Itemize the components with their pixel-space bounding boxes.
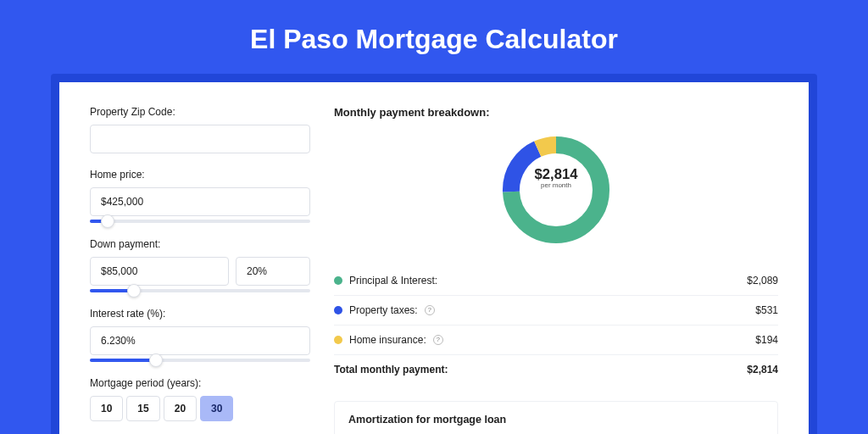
zip-input[interactable]	[90, 125, 310, 153]
info-icon[interactable]: ?	[433, 335, 443, 345]
total-label: Total monthly payment:	[334, 364, 448, 376]
slider-knob[interactable]	[149, 353, 163, 367]
rate-input[interactable]	[90, 326, 310, 355]
page-title: El Paso Mortgage Calculator	[0, 0, 868, 74]
period-option-15[interactable]: 15	[126, 396, 159, 421]
breakdown-value: $2,089	[747, 275, 778, 287]
slider-knob[interactable]	[127, 284, 141, 298]
donut-svg: $2,814 per month	[497, 131, 615, 249]
rate-label: Interest rate (%):	[90, 308, 310, 320]
breakdown-row: Property taxes:?$531	[334, 296, 778, 326]
home-price-label: Home price:	[90, 169, 310, 181]
down-slider[interactable]	[90, 289, 310, 292]
period-option-20[interactable]: 20	[164, 396, 197, 421]
card-shadow: Property Zip Code: Home price: Down paym…	[51, 74, 817, 434]
period-option-30[interactable]: 30	[200, 396, 233, 421]
total-row: Total monthly payment: $2,814	[334, 355, 778, 384]
donut-value: $2,814	[520, 164, 593, 181]
info-icon[interactable]: ?	[425, 305, 435, 315]
breakdown-label: Home insurance:	[349, 334, 426, 346]
home-price-slider[interactable]	[90, 220, 310, 223]
form-panel: Property Zip Code: Home price: Down paym…	[90, 106, 310, 434]
legend-dot-icon	[334, 306, 342, 314]
period-options: 10152030	[90, 396, 310, 421]
total-value: $2,814	[747, 364, 778, 376]
period-label: Mortgage period (years):	[90, 377, 310, 389]
donut-sub: per month	[520, 181, 593, 190]
donut-chart: $2,814 per month	[334, 131, 778, 249]
amort-title: Amortization for mortgage loan	[348, 414, 764, 426]
breakdown-title: Monthly payment breakdown:	[334, 106, 778, 119]
legend-dot-icon	[334, 336, 342, 344]
rate-slider[interactable]	[90, 359, 310, 362]
period-option-10[interactable]: 10	[90, 396, 123, 421]
zip-label: Property Zip Code:	[90, 106, 310, 118]
breakdown-panel: Monthly payment breakdown: $2,814 per mo…	[334, 106, 778, 434]
breakdown-row: Home insurance:?$194	[334, 326, 778, 355]
calculator-card: Property Zip Code: Home price: Down paym…	[59, 82, 809, 434]
breakdown-value: $194	[755, 334, 778, 346]
down-amount-input[interactable]	[90, 257, 229, 286]
legend-dot-icon	[334, 276, 342, 285]
down-percent-input[interactable]	[236, 257, 310, 286]
breakdown-label: Principal & Interest:	[349, 275, 437, 287]
slider-knob[interactable]	[101, 214, 114, 228]
breakdown-value: $531	[755, 304, 778, 316]
amortization-box: Amortization for mortgage loan Amortizat…	[334, 401, 778, 434]
down-label: Down payment:	[90, 238, 310, 250]
breakdown-label: Property taxes:	[349, 304, 418, 316]
breakdown-row: Principal & Interest:$2,089	[334, 266, 778, 296]
home-price-input[interactable]	[90, 187, 310, 216]
